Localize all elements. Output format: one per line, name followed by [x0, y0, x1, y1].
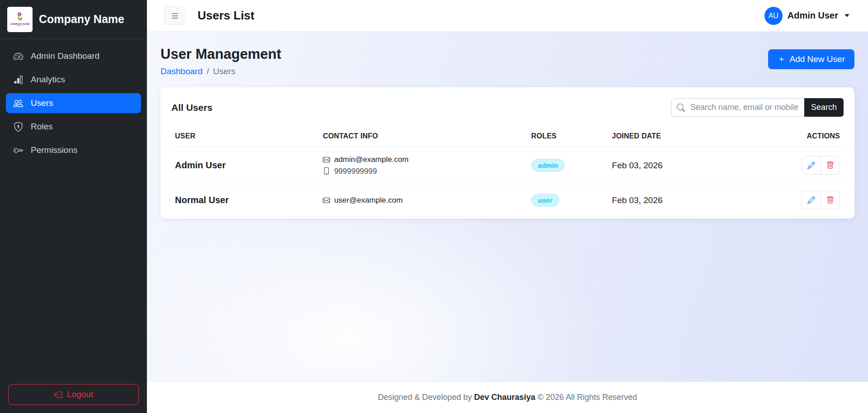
- main-content: User Management Dashboard / Users Add Ne…: [147, 32, 868, 381]
- breadcrumb-dashboard-link[interactable]: Dashboard: [160, 66, 203, 76]
- sidebar-item-label: Analytics: [31, 75, 65, 85]
- table-row: Normal User user@example.com user: [171, 184, 844, 217]
- sidebar-nav: Admin Dashboard Analytics Users Roles: [0, 39, 147, 376]
- roles-cell: admin: [528, 147, 608, 184]
- edit-user-button[interactable]: [802, 156, 821, 175]
- column-header-user: USER: [171, 127, 319, 147]
- card-header: All Users Search: [171, 98, 844, 117]
- logout-label: Logout: [67, 389, 93, 399]
- sidebar-item-roles[interactable]: Roles: [6, 117, 141, 137]
- sidebar-item-label: Roles: [31, 122, 53, 132]
- speedometer-icon: [14, 52, 23, 61]
- column-header-contact: CONTACT INFO: [319, 127, 528, 147]
- action-button-group: [802, 156, 840, 175]
- phone-icon: [323, 167, 330, 175]
- breadcrumb: Dashboard / Users: [160, 66, 281, 76]
- joined-date-cell: Feb 03, 2026: [609, 147, 743, 184]
- table-row: Admin User admin@example.com: [171, 147, 844, 184]
- user-name-cell: Admin User: [171, 147, 319, 184]
- email-line: user@example.com: [323, 195, 524, 206]
- search-box: [671, 98, 804, 117]
- bar-chart-icon: [14, 75, 23, 85]
- search-button[interactable]: Search: [804, 98, 844, 117]
- column-header-joined: JOINED DATE: [609, 127, 743, 147]
- footer-suffix: © 2026 All Rights Reserved: [538, 393, 637, 402]
- search-group: Search: [671, 98, 844, 117]
- column-header-roles: ROLES: [528, 127, 608, 147]
- logo-swan-icon: [14, 12, 26, 23]
- mobile-line: 9999999999: [323, 166, 524, 177]
- search-input[interactable]: [689, 102, 799, 113]
- search-icon: [677, 104, 685, 112]
- logout-button[interactable]: Logout: [8, 384, 139, 405]
- column-header-actions: ACTIONS: [743, 127, 844, 147]
- table-header-row: USER CONTACT INFO ROLES JOINED DATE ACTI…: [171, 127, 844, 147]
- sidebar-item-label: Admin Dashboard: [31, 51, 99, 61]
- main-column: Users List AU Admin User User Management…: [147, 0, 868, 413]
- footer-author: Dev Chaurasiya: [474, 393, 535, 402]
- email-line: admin@example.com: [323, 154, 524, 166]
- page-header-title: Users List: [198, 9, 255, 23]
- chevron-down-icon: [844, 13, 850, 19]
- company-logo: COMPANY NAME TAGLINE: [7, 7, 33, 32]
- sidebar-toggle-button[interactable]: [164, 6, 185, 25]
- company-name: Company Name: [39, 13, 124, 26]
- breadcrumb-current: Users: [213, 66, 236, 76]
- trash-icon: [826, 161, 834, 169]
- user-menu[interactable]: AU Admin User: [764, 7, 850, 25]
- add-new-user-label: Add New User: [790, 54, 845, 64]
- edit-user-button[interactable]: [802, 191, 821, 209]
- logo-tagline-text: TAGLINE: [17, 25, 24, 27]
- user-menu-name: Admin User: [788, 10, 838, 21]
- pencil-icon: [807, 161, 815, 169]
- sidebar-item-analytics[interactable]: Analytics: [6, 70, 141, 90]
- people-icon: [14, 99, 23, 108]
- users-card: All Users Search USE: [160, 87, 854, 218]
- role-badge: admin: [531, 159, 565, 172]
- user-name-cell: Normal User: [171, 184, 319, 217]
- hamburger-icon: [170, 11, 179, 20]
- trash-icon: [826, 196, 834, 204]
- key-icon: [14, 146, 23, 155]
- delete-user-button[interactable]: [821, 156, 840, 175]
- sidebar-item-admin-dashboard[interactable]: Admin Dashboard: [6, 46, 141, 66]
- pencil-icon: [807, 196, 815, 204]
- page-head: User Management Dashboard / Users Add Ne…: [160, 43, 854, 76]
- avatar: AU: [764, 7, 783, 25]
- users-table: USER CONTACT INFO ROLES JOINED DATE ACTI…: [171, 127, 844, 217]
- page-title: User Management: [160, 46, 281, 62]
- footer-prefix: Designed & Developed by: [378, 393, 472, 402]
- page-footer: Designed & Developed by Dev Chaurasiya ©…: [147, 381, 868, 413]
- joined-date-cell: Feb 03, 2026: [609, 184, 743, 217]
- sidebar-item-label: Users: [31, 98, 53, 108]
- mobile-value: 9999999999: [334, 166, 377, 177]
- actions-cell: [743, 184, 844, 217]
- breadcrumb-separator: /: [207, 66, 209, 76]
- sidebar: COMPANY NAME TAGLINE Company Name Admin …: [0, 0, 147, 413]
- sidebar-item-users[interactable]: Users: [6, 93, 141, 113]
- envelope-icon: [323, 156, 330, 163]
- plus-icon: [778, 55, 786, 63]
- logout-icon: [54, 390, 62, 399]
- actions-cell: [743, 147, 844, 184]
- delete-user-button[interactable]: [821, 191, 840, 209]
- contact-cell: admin@example.com 9999999999: [319, 147, 528, 184]
- card-title: All Users: [171, 102, 212, 113]
- email-value: admin@example.com: [334, 154, 409, 166]
- envelope-icon: [323, 197, 330, 204]
- roles-cell: user: [528, 184, 608, 217]
- contact-cell: user@example.com: [319, 184, 528, 217]
- sidebar-item-label: Permissions: [31, 145, 77, 155]
- top-header: Users List AU Admin User: [147, 0, 868, 32]
- role-badge: user: [531, 194, 559, 207]
- sidebar-item-permissions[interactable]: Permissions: [6, 140, 141, 160]
- shield-lock-icon: [14, 122, 23, 132]
- action-button-group: [802, 191, 840, 209]
- email-value: user@example.com: [334, 195, 402, 206]
- add-new-user-button[interactable]: Add New User: [768, 49, 855, 69]
- brand: COMPANY NAME TAGLINE Company Name: [0, 0, 147, 39]
